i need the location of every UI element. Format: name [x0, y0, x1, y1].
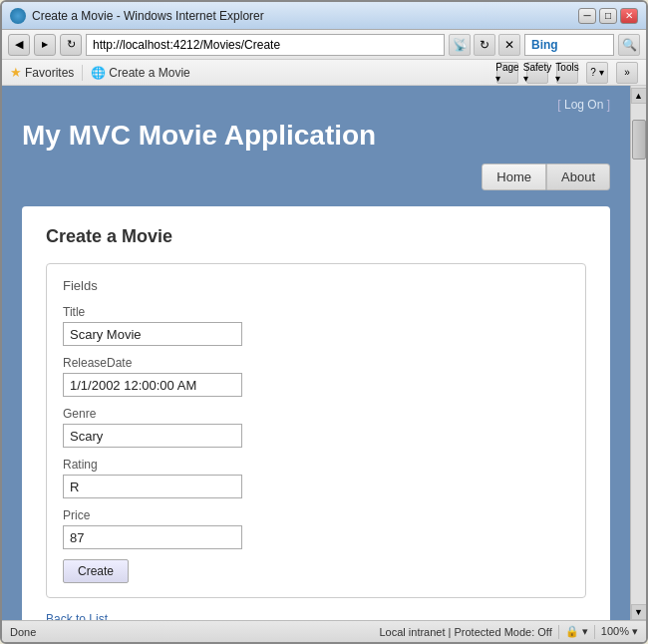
scrollbar: ▲ ▼: [630, 86, 646, 620]
title-input[interactable]: [63, 322, 242, 346]
search-input[interactable]: Bing: [524, 34, 614, 56]
forward-button[interactable]: ▶: [34, 34, 56, 56]
title-label: Title: [63, 305, 569, 319]
fields-legend: Fields: [63, 278, 569, 293]
fields-box: Fields Title ReleaseDate Genre: [46, 263, 586, 598]
status-text: Done: [10, 626, 36, 638]
zone-info: Local intranet | Protected Mode: Off: [379, 626, 551, 638]
release-date-field-group: ReleaseDate: [63, 356, 569, 397]
refresh-button[interactable]: ↻: [60, 34, 82, 56]
release-date-label: ReleaseDate: [63, 356, 569, 370]
status-bar: Done Local intranet | Protected Mode: Of…: [2, 620, 646, 642]
white-card: Create a Movie Fields Title ReleaseDate: [22, 206, 610, 620]
genre-label: Genre: [63, 407, 569, 421]
back-button[interactable]: ◀: [8, 34, 30, 56]
back-to-list-link[interactable]: Back to List: [46, 612, 586, 620]
security-icon: 🔒 ▾: [565, 625, 588, 638]
window-controls: ─ □ ✕: [578, 8, 638, 24]
log-on-bar: [ Log On ]: [22, 98, 610, 112]
log-on-link[interactable]: Log On: [564, 98, 603, 112]
search-button[interactable]: 🔍: [618, 34, 640, 56]
safety-menu[interactable]: Safety ▾: [526, 62, 548, 84]
title-field-group: Title: [63, 305, 569, 346]
tools-menu[interactable]: Tools ▾: [556, 62, 578, 84]
current-tab-fav[interactable]: 🌐 Create a Movie: [91, 66, 189, 80]
title-bar: Create a Movie - Windows Internet Explor…: [2, 2, 646, 30]
address-toolbar: 📡 ↻ ✕: [449, 34, 520, 56]
genre-input[interactable]: [63, 424, 242, 448]
main-content: [ Log On ] My MVC Movie Application Home…: [2, 86, 630, 620]
browser-title: Create a Movie - Windows Internet Explor…: [32, 9, 264, 23]
price-label: Price: [63, 508, 569, 522]
home-nav-button[interactable]: Home: [482, 163, 546, 190]
release-date-input[interactable]: [63, 373, 242, 397]
rss-button[interactable]: 📡: [449, 34, 471, 56]
stop-button[interactable]: ✕: [498, 34, 520, 56]
create-button[interactable]: Create: [63, 559, 129, 583]
rating-field-group: Rating: [63, 458, 569, 498]
page-content: [ Log On ] My MVC Movie Application Home…: [2, 86, 646, 620]
genre-field-group: Genre: [63, 407, 569, 448]
favorites-button[interactable]: ★ Favorites: [10, 65, 74, 80]
page-title: Create a Movie: [46, 226, 586, 247]
scroll-up-button[interactable]: ▲: [631, 88, 647, 104]
address-input[interactable]: http://localhost:4212/Movies/Create: [86, 34, 445, 56]
maximize-button[interactable]: □: [599, 8, 617, 24]
minimize-button[interactable]: ─: [578, 8, 596, 24]
close-button[interactable]: ✕: [620, 8, 638, 24]
star-icon: ★: [10, 65, 22, 80]
browser-window: Create a Movie - Windows Internet Explor…: [0, 0, 648, 644]
zoom-level[interactable]: 100% ▾: [601, 625, 638, 638]
price-input[interactable]: [63, 525, 242, 549]
nav-menu: Home About: [22, 163, 610, 190]
app-title: My MVC Movie Application: [22, 120, 610, 152]
help-menu[interactable]: ? ▾: [586, 62, 608, 84]
tab-icon: 🌐: [91, 66, 106, 80]
ie-icon: [10, 8, 26, 24]
about-nav-button[interactable]: About: [546, 163, 610, 190]
favorites-bar: ★ Favorites 🌐 Create a Movie Page ▾ Safe…: [2, 60, 646, 86]
page-menu[interactable]: Page ▾: [496, 62, 518, 84]
rating-label: Rating: [63, 458, 569, 472]
scroll-down-button[interactable]: ▼: [631, 604, 647, 620]
scroll-thumb[interactable]: [632, 120, 646, 160]
address-bar-row: ◀ ▶ ↻ http://localhost:4212/Movies/Creat…: [2, 30, 646, 60]
rating-input[interactable]: [63, 475, 242, 498]
refresh-small-button[interactable]: ↻: [474, 34, 495, 56]
more-button[interactable]: »: [616, 62, 638, 84]
price-field-group: Price: [63, 508, 569, 549]
